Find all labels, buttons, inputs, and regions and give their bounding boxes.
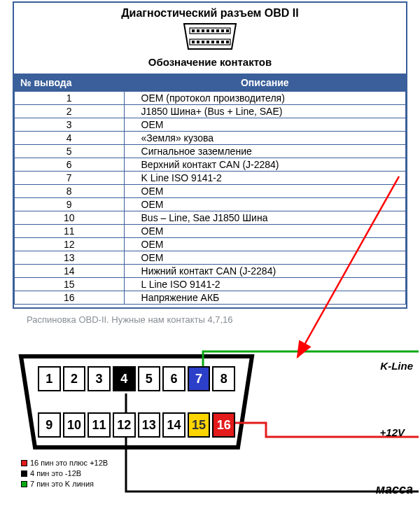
- card-title: Диагностический разъем OBD II: [14, 3, 406, 21]
- connector-pin-4: 4: [113, 366, 136, 391]
- cell-pin: 4: [15, 132, 125, 145]
- svg-rect-4: [197, 29, 200, 32]
- connector-pin-7: 7: [188, 366, 211, 391]
- svg-rect-15: [211, 41, 214, 43]
- label-12v: +12V: [380, 426, 405, 438]
- connector-pin-14: 14: [162, 412, 186, 438]
- connector-pin-13: 13: [138, 412, 161, 438]
- cell-pin: 16: [15, 291, 125, 305]
- cell-pin: 1: [15, 92, 125, 105]
- cell-desc: Верхний контакт CAN (J-2284): [124, 158, 405, 172]
- connector-pin-8: 8: [212, 366, 235, 391]
- legend-text: 16 пин это плюс +12В: [30, 458, 108, 468]
- legend-text: 7 пин это K линия: [30, 479, 94, 489]
- table-row: 12OEM: [15, 238, 406, 251]
- cell-desc: J1850 Шина+ (Bus + Line, SAE): [124, 105, 405, 118]
- card-subtitle: Обозначение контактов: [14, 55, 406, 74]
- table-row: 4«Земля» кузова: [15, 132, 406, 145]
- table-row: 1OEM (протокол производителя): [15, 92, 406, 105]
- cell-desc: Нижний контакт CAN (J-2284): [124, 265, 405, 278]
- cell-pin: 13: [15, 251, 125, 265]
- cell-pin: 15: [15, 278, 125, 291]
- table-row: 5Сигнальное заземление: [15, 145, 406, 158]
- obd-connector-icon: [14, 21, 406, 55]
- cell-pin: 9: [15, 198, 125, 211]
- svg-rect-2: [190, 39, 230, 45]
- svg-rect-8: [216, 29, 219, 32]
- cell-desc: «Земля» кузова: [124, 132, 405, 145]
- svg-rect-10: [226, 29, 229, 32]
- connector-pin-1: 1: [38, 366, 61, 391]
- pin-legend: 16 пин это плюс +12В 4 пин это -12В 7 пи…: [21, 458, 108, 489]
- connector-pin-3: 3: [88, 366, 111, 391]
- svg-rect-14: [206, 41, 209, 43]
- cell-pin: 12: [15, 238, 125, 251]
- svg-rect-9: [221, 29, 224, 32]
- cell-desc: Сигнальное заземление: [124, 145, 405, 158]
- cell-pin: 7: [15, 172, 125, 185]
- legend-swatch-black: [21, 470, 27, 477]
- table-row: 2J1850 Шина+ (Bus + Line, SAE): [15, 105, 406, 118]
- svg-rect-3: [192, 29, 195, 32]
- svg-rect-12: [197, 41, 200, 43]
- cell-desc: OEM: [124, 198, 405, 211]
- cell-desc: Bus – Line, Sae J1850 Шина: [124, 211, 405, 225]
- svg-rect-17: [221, 41, 224, 43]
- table-row: 16Напряжение АКБ: [15, 291, 406, 305]
- col-description: Описание: [124, 74, 405, 92]
- cell-desc: OEM (протокол производителя): [124, 92, 405, 105]
- connector-pin-6: 6: [162, 366, 186, 391]
- svg-rect-6: [206, 29, 209, 32]
- legend-swatch-green: [21, 481, 27, 487]
- svg-rect-13: [202, 41, 204, 43]
- cell-pin: 5: [15, 145, 125, 158]
- cell-desc: K Line ISO 9141-2: [124, 172, 405, 185]
- wiring-diagram: 12345678 910111213141516 16 пин это плюс…: [0, 332, 420, 507]
- pinout-table: № вывода Описание 1OEM (протокол произво…: [14, 74, 406, 305]
- cell-pin: 8: [15, 185, 125, 198]
- cell-pin: 2: [15, 105, 125, 118]
- connector-pin-10: 10: [63, 412, 86, 438]
- connector-pin-15: 15: [188, 412, 211, 438]
- connector-pin-11: 11: [88, 412, 111, 438]
- svg-rect-7: [211, 29, 214, 32]
- cell-desc: Напряжение АКБ: [124, 291, 405, 305]
- legend-text: 4 пин это -12В: [30, 468, 81, 479]
- label-mass: масса: [376, 482, 413, 497]
- cell-desc: L Line ISO 9141-2: [124, 278, 405, 291]
- cell-desc: OEM: [124, 118, 405, 132]
- cell-pin: 3: [15, 118, 125, 132]
- col-pin-number: № вывода: [15, 74, 125, 92]
- caption-text: Распиновка OBD-II. Нужные нам контакты 4…: [27, 314, 400, 325]
- table-row: 8OEM: [15, 185, 406, 198]
- cell-pin: 6: [15, 158, 125, 172]
- cell-pin: 10: [15, 211, 125, 225]
- svg-rect-16: [216, 41, 219, 43]
- cell-desc: OEM: [124, 251, 405, 265]
- label-kline: K-Line: [380, 360, 413, 372]
- table-row: 9OEM: [15, 198, 406, 211]
- table-row: 6Верхний контакт CAN (J-2284): [15, 158, 406, 172]
- pinout-card: Диагностический разъем OBD II Обозначен: [13, 1, 407, 309]
- table-row: 7K Line ISO 9141-2: [15, 172, 406, 185]
- legend-swatch-red: [21, 460, 27, 466]
- svg-rect-5: [202, 29, 204, 32]
- svg-rect-11: [192, 41, 195, 43]
- cell-pin: 14: [15, 265, 125, 278]
- connector-pin-9: 9: [38, 412, 61, 438]
- table-row: 13OEM: [15, 251, 406, 265]
- connector-pin-5: 5: [138, 366, 161, 391]
- cell-desc: OEM: [124, 238, 405, 251]
- table-row: 14Нижний контакт CAN (J-2284): [15, 265, 406, 278]
- cell-desc: OEM: [124, 185, 405, 198]
- connector-pin-12: 12: [113, 412, 136, 438]
- table-row: 11OEM: [15, 225, 406, 238]
- connector-pin-2: 2: [63, 366, 86, 391]
- table-row: 15L Line ISO 9141-2: [15, 278, 406, 291]
- cell-pin: 11: [15, 225, 125, 238]
- table-row: 3OEM: [15, 118, 406, 132]
- table-row: 10Bus – Line, Sae J1850 Шина: [15, 211, 406, 225]
- svg-rect-1: [190, 28, 230, 34]
- cell-desc: OEM: [124, 225, 405, 238]
- svg-rect-18: [226, 41, 229, 43]
